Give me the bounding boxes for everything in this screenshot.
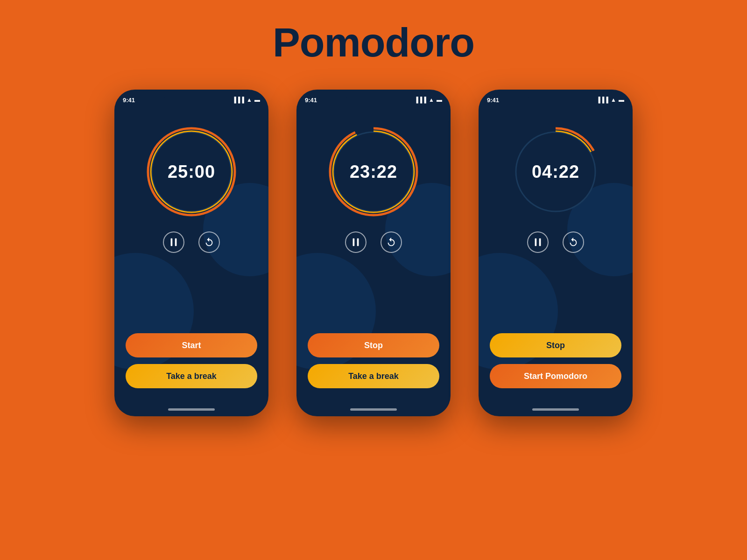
reset-icon-2 [386, 237, 396, 247]
phone-1-content: 25:00 Start Take a break [114, 106, 268, 416]
pause-button-3[interactable] [527, 231, 549, 253]
buttons-area-3: Stop Start Pomodoro [479, 333, 633, 416]
buttons-area-2: Stop Take a break [296, 333, 451, 416]
battery-icon-2: ▬ [437, 97, 442, 103]
reset-icon-3 [568, 237, 578, 247]
status-time-1: 9:41 [123, 97, 135, 104]
wifi-icon-1: ▲ [247, 97, 252, 103]
status-icons-1: ▐▐▐ ▲ ▬ [233, 97, 260, 103]
buttons-area-1: Start Take a break [114, 333, 268, 416]
page-title: Pomodoro [273, 19, 474, 66]
phone-1: 9:41 ▐▐▐ ▲ ▬ 25:00 [114, 90, 268, 416]
pause-icon-1 [169, 237, 179, 247]
phone-3: 9:41 ▐▐▐ ▲ ▬ 04:22 [479, 90, 633, 416]
svg-rect-4 [175, 238, 177, 246]
svg-rect-3 [171, 238, 173, 246]
status-icons-2: ▐▐▐ ▲ ▬ [415, 97, 442, 103]
start-button-1[interactable]: Start [126, 333, 257, 357]
svg-rect-13 [535, 238, 537, 246]
phones-container: 9:41 ▐▐▐ ▲ ▬ 25:00 [114, 90, 633, 416]
reset-button-2[interactable] [381, 231, 402, 253]
timer-display-3: 04:22 [532, 162, 579, 182]
break-button-1[interactable]: Take a break [126, 364, 257, 388]
start-pomodoro-button-3[interactable]: Start Pomodoro [490, 364, 621, 388]
stop-button-3[interactable]: Stop [490, 333, 621, 357]
svg-rect-8 [353, 238, 355, 246]
status-icons-3: ▐▐▐ ▲ ▬ [597, 97, 624, 103]
phone-2: 9:41 ▐▐▐ ▲ ▬ 23:22 [296, 90, 451, 416]
status-time-3: 9:41 [487, 97, 499, 104]
reset-button-1[interactable] [198, 231, 220, 253]
timer-display-1: 25:00 [168, 162, 215, 182]
svg-rect-9 [357, 238, 359, 246]
controls-2 [345, 231, 402, 253]
wifi-icon-3: ▲ [611, 97, 616, 103]
timer-area-2: 23:22 [327, 125, 420, 218]
battery-icon-3: ▬ [619, 97, 624, 103]
timer-area-1: 25:00 [145, 125, 238, 218]
reset-button-3[interactable] [563, 231, 584, 253]
signal-icon-3: ▐▐▐ [597, 97, 609, 103]
timer-area-3: 04:22 [509, 125, 602, 218]
battery-icon-1: ▬ [254, 97, 260, 103]
home-indicator-1 [168, 408, 215, 411]
stop-button-2[interactable]: Stop [308, 333, 439, 357]
controls-3 [527, 231, 584, 253]
timer-display-2: 23:22 [350, 162, 397, 182]
pause-icon-3 [533, 237, 543, 247]
signal-icon-2: ▐▐▐ [415, 97, 427, 103]
phone-3-content: 04:22 Stop Start Pomodoro [479, 106, 633, 416]
wifi-icon-2: ▲ [429, 97, 434, 103]
svg-rect-14 [539, 238, 541, 246]
notch-3 [528, 90, 584, 103]
home-indicator-2 [350, 408, 397, 411]
notch-2 [345, 90, 402, 103]
break-button-2[interactable]: Take a break [308, 364, 439, 388]
pause-button-1[interactable] [163, 231, 184, 253]
home-indicator-3 [532, 408, 579, 411]
signal-icon-1: ▐▐▐ [233, 97, 245, 103]
status-time-2: 9:41 [305, 97, 317, 104]
notch-1 [163, 90, 219, 103]
controls-1 [163, 231, 220, 253]
pause-button-2[interactable] [345, 231, 366, 253]
phone-2-content: 23:22 Stop Take a break [296, 106, 451, 416]
pause-icon-2 [351, 237, 361, 247]
reset-icon-1 [204, 237, 214, 247]
